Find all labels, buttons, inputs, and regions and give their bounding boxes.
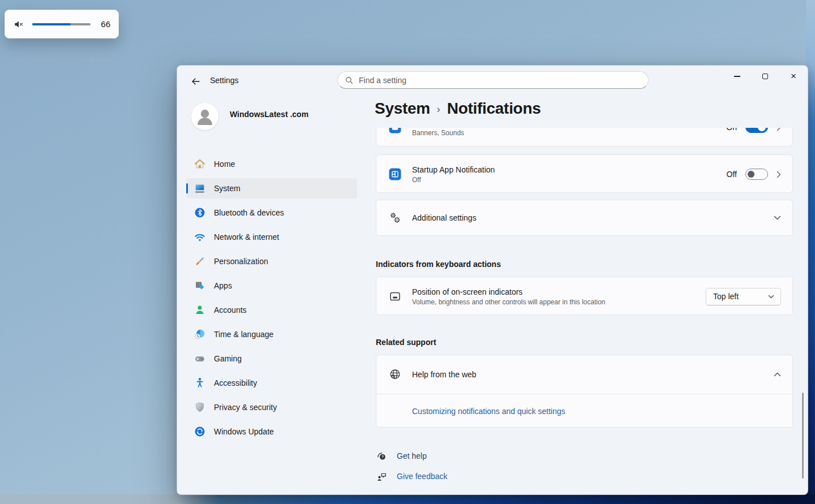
sidebar-item-label: Personalization	[214, 257, 268, 266]
sidebar-item-network-internet[interactable]: Network & internet	[186, 227, 357, 247]
maximize-button[interactable]	[752, 66, 778, 87]
volume-osd-flyout: 66	[5, 10, 119, 38]
volume-muted-icon	[13, 19, 24, 30]
time-language-icon	[194, 328, 206, 341]
accessibility-icon	[194, 377, 206, 389]
get-help-label: Get help	[397, 451, 427, 460]
toggle-knob	[748, 171, 754, 178]
row-title: Startup App Notification	[412, 165, 495, 174]
settings-window: Settings × WindowsLatest .com Home Syste…	[177, 65, 808, 495]
notifications-toggle-card[interactable]: Banners, Sounds On	[376, 128, 793, 147]
avatar[interactable]	[191, 103, 218, 130]
page-title: Notifications	[447, 100, 541, 118]
svg-text:?: ?	[381, 454, 384, 459]
vertical-scrollbar[interactable]	[802, 393, 804, 479]
minimize-icon	[734, 76, 740, 76]
volume-slider	[32, 23, 91, 25]
personalization-icon	[194, 255, 206, 268]
row-title: Additional settings	[412, 213, 477, 222]
chevron-right-icon	[777, 128, 781, 131]
chevron-down-icon	[774, 216, 781, 220]
row-subtitle: Volume, brightness and other controls wi…	[412, 298, 606, 306]
startup-notification-toggle[interactable]	[745, 169, 768, 180]
search-icon	[345, 76, 354, 85]
search-box[interactable]	[337, 71, 649, 89]
notifications-toggle[interactable]	[745, 128, 768, 133]
row-subtitle: Off	[412, 176, 495, 184]
sidebar-item-label: System	[214, 184, 241, 193]
on-screen-indicator-icon	[388, 290, 402, 303]
desktop: 66 Settings × WindowsLatest .com Home	[0, 0, 815, 504]
get-help-icon: ?	[376, 450, 388, 462]
window-title: Settings	[210, 76, 239, 85]
give-feedback-icon	[376, 471, 388, 483]
row-subtitle: Banners, Sounds	[412, 129, 464, 137]
sidebar-item-bluetooth-devices[interactable]: Bluetooth & devices	[186, 203, 357, 223]
sidebar-item-label: Network & internet	[214, 232, 279, 242]
additional-settings-expander[interactable]: Additional settings	[376, 200, 793, 236]
dropdown-value: Top left	[713, 292, 739, 301]
sidebar-item-label: Bluetooth & devices	[214, 208, 284, 217]
position-dropdown[interactable]: Top left	[706, 288, 781, 305]
gears-icon	[388, 211, 402, 225]
get-help-link[interactable]: ? Get help	[376, 449, 427, 463]
section-header-related-support: Related support	[376, 338, 436, 347]
sidebar-item-label: Apps	[214, 281, 232, 290]
toggle-state-label: Off	[727, 170, 737, 179]
row-title: Help from the web	[412, 370, 477, 379]
arrow-left-icon	[191, 77, 200, 86]
sidebar-item-label: Privacy & security	[214, 403, 277, 412]
user-silhouette-icon	[191, 103, 218, 130]
privacy-security-icon	[194, 401, 206, 413]
wallpaper-bottom-strip	[0, 494, 815, 504]
help-link-customizing-notifications[interactable]: Customizing notifications and quick sett…	[412, 407, 565, 416]
windows-update-icon	[194, 425, 206, 438]
give-feedback-link[interactable]: Give feedback	[376, 469, 448, 484]
help-from-web-header[interactable]: Help from the web	[376, 355, 792, 394]
sidebar-item-privacy-security[interactable]: Privacy & security	[186, 397, 357, 417]
toggle-state-label: On	[726, 128, 737, 132]
help-from-web-expander: Help from the web Customizing notificati…	[376, 355, 793, 428]
sidebar-item-label: Windows Update	[214, 427, 274, 436]
selection-accent-bar	[186, 183, 188, 193]
sidebar-item-label: Accounts	[214, 305, 247, 315]
sidebar-item-apps[interactable]: Apps	[186, 275, 357, 296]
sidebar-item-windows-update[interactable]: Windows Update	[186, 421, 357, 442]
close-button[interactable]: ×	[780, 66, 807, 87]
sidebar-item-label: Accessibility	[214, 378, 257, 387]
sidebar-item-time-language[interactable]: Time & language	[186, 324, 357, 344]
network-icon	[194, 231, 206, 243]
system-icon	[194, 182, 206, 195]
breadcrumb-parent[interactable]: System	[375, 100, 430, 118]
user-name: WindowsLatest .com	[230, 110, 308, 119]
position-indicators-row: Position of on-screen indicators Volume,…	[376, 277, 793, 315]
section-header-indicators: Indicators from keyboard actions	[376, 260, 501, 269]
breadcrumb: System › Notifications	[375, 100, 541, 118]
globe-search-icon	[388, 368, 402, 381]
chevron-down-icon	[768, 295, 774, 299]
sidebar-item-accessibility[interactable]: Accessibility	[186, 373, 357, 393]
chevron-right-icon: ›	[437, 102, 440, 115]
startup-app-icon	[388, 167, 402, 181]
home-icon	[194, 158, 206, 170]
sidebar-item-accounts[interactable]: Accounts	[186, 300, 357, 320]
toggle-knob	[758, 128, 766, 131]
sidebar-item-home[interactable]: Home	[186, 154, 357, 174]
sidebar-item-gaming[interactable]: Gaming	[186, 348, 357, 369]
volume-value: 66	[98, 19, 110, 29]
startup-app-notification-row[interactable]: Startup App Notification Off Off	[376, 154, 793, 193]
sidebar-item-label: Home	[214, 160, 235, 169]
gaming-icon	[194, 352, 206, 365]
chevron-up-icon	[774, 372, 781, 377]
sidebar-item-label: Gaming	[214, 354, 242, 363]
accounts-icon	[194, 304, 206, 316]
row-title: Position of on-screen indicators	[412, 287, 606, 296]
sidebar-item-system[interactable]: System	[186, 178, 357, 199]
close-icon: ×	[791, 71, 796, 82]
chevron-right-icon	[777, 171, 781, 178]
sidebar-item-personalization[interactable]: Personalization	[186, 251, 357, 272]
minimize-button[interactable]	[724, 66, 750, 87]
notifications-icon	[388, 128, 402, 134]
search-input[interactable]	[359, 76, 641, 85]
back-button[interactable]	[187, 74, 204, 89]
